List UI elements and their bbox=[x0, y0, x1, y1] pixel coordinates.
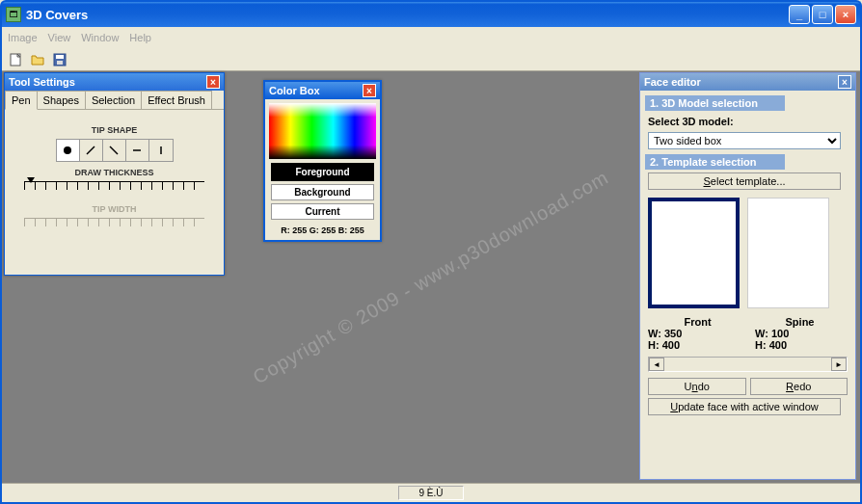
background-color-button[interactable]: Background bbox=[271, 184, 374, 200]
close-button[interactable]: × bbox=[835, 5, 856, 24]
color-box-close-button[interactable]: × bbox=[363, 84, 376, 97]
draw-thickness-slider[interactable] bbox=[24, 181, 204, 199]
menu-bar: Image View Window Help bbox=[2, 27, 860, 48]
status-bar: 9 È.Ù bbox=[2, 483, 860, 502]
front-height: H: 400 bbox=[648, 339, 747, 351]
save-file-button[interactable] bbox=[50, 50, 69, 69]
svg-line-5 bbox=[87, 146, 94, 154]
tool-settings-titlebar[interactable]: Tool Settings × bbox=[5, 73, 224, 91]
toolbar bbox=[2, 48, 860, 71]
menu-view[interactable]: View bbox=[48, 32, 71, 43]
tool-settings-tabs: Pen Shapes Selection Effect Brush bbox=[5, 91, 224, 110]
draw-thickness-label: DRAW THICKNESS bbox=[14, 168, 214, 177]
svg-point-4 bbox=[64, 146, 71, 154]
tip-width-label: TIP WIDTH bbox=[14, 204, 214, 214]
app-icon: 🗔 bbox=[6, 7, 21, 22]
front-width: W: 350 bbox=[648, 328, 747, 339]
svg-rect-3 bbox=[57, 61, 63, 65]
front-label: Front bbox=[648, 316, 747, 328]
save-disk-icon bbox=[52, 52, 67, 67]
tab-shapes[interactable]: Shapes bbox=[37, 91, 86, 109]
tip-shape-horiz[interactable] bbox=[126, 140, 149, 161]
section-template: 2. Template selection bbox=[645, 154, 785, 170]
rgb-readout: R: 255 G: 255 B: 255 bbox=[265, 223, 380, 240]
spine-label: Spine bbox=[755, 316, 845, 328]
redo-button[interactable]: Redo bbox=[750, 378, 849, 395]
tab-pen[interactable]: Pen bbox=[5, 91, 38, 110]
color-box-panel: Color Box × Foreground Background Curren… bbox=[263, 80, 382, 242]
menu-image[interactable]: Image bbox=[8, 32, 38, 43]
face-editor-close-button[interactable]: × bbox=[838, 75, 851, 89]
color-box-title: Color Box bbox=[269, 85, 320, 96]
color-box-titlebar[interactable]: Color Box × bbox=[265, 82, 380, 99]
tab-selection[interactable]: Selection bbox=[85, 91, 142, 109]
svg-line-6 bbox=[110, 146, 118, 154]
open-file-button[interactable] bbox=[28, 50, 47, 69]
window-titlebar: 🗔 3D Covers _ □ × bbox=[0, 0, 862, 27]
open-folder-icon bbox=[30, 52, 45, 67]
face-editor-title: Face editor bbox=[644, 76, 701, 88]
select-template-button[interactable]: Select template... bbox=[648, 172, 841, 190]
tool-settings-close-button[interactable]: × bbox=[206, 75, 220, 89]
tip-shape-label: TIP SHAPE bbox=[14, 125, 214, 135]
tip-shape-diag1[interactable] bbox=[80, 140, 103, 161]
new-file-button[interactable] bbox=[6, 50, 25, 69]
spine-height: H: 400 bbox=[755, 339, 845, 351]
menu-help[interactable]: Help bbox=[129, 32, 151, 43]
tip-shape-circle[interactable] bbox=[57, 140, 80, 161]
select-3d-model-dropdown[interactable]: Two sided box bbox=[648, 132, 841, 149]
minimize-button[interactable]: _ bbox=[789, 5, 810, 24]
scroll-right-button[interactable]: ► bbox=[831, 358, 847, 371]
tip-shape-vert[interactable] bbox=[149, 140, 173, 161]
scroll-left-button[interactable]: ◄ bbox=[649, 358, 664, 371]
current-color-button[interactable]: Current bbox=[271, 203, 374, 220]
face-scrollbar[interactable]: ◄ ► bbox=[648, 357, 848, 372]
tool-settings-panel: Tool Settings × Pen Shapes Selection Eff… bbox=[4, 72, 225, 276]
spine-face-thumb[interactable] bbox=[747, 198, 829, 308]
face-editor-panel: Face editor × 1. 3D Model selection Sele… bbox=[639, 72, 856, 480]
window-title: 3D Covers bbox=[26, 8, 789, 22]
update-face-button[interactable]: Update face with active window bbox=[648, 398, 841, 415]
tip-shape-diag2[interactable] bbox=[103, 140, 126, 161]
svg-rect-2 bbox=[56, 55, 64, 59]
maximize-button[interactable]: □ bbox=[812, 5, 833, 24]
foreground-color-button[interactable]: Foreground bbox=[271, 163, 374, 181]
tool-settings-title: Tool Settings bbox=[9, 76, 75, 88]
spine-width: W: 100 bbox=[755, 328, 845, 339]
menu-window[interactable]: Window bbox=[81, 32, 119, 43]
tab-effect-brush[interactable]: Effect Brush bbox=[141, 91, 212, 109]
front-face-thumb[interactable] bbox=[648, 198, 740, 308]
color-picker[interactable] bbox=[269, 103, 376, 159]
select-3d-model-label: Select 3D model: bbox=[640, 114, 855, 129]
face-editor-titlebar[interactable]: Face editor × bbox=[640, 73, 855, 91]
tip-shape-group bbox=[56, 139, 174, 162]
section-3d-model: 1. 3D Model selection bbox=[645, 95, 785, 111]
status-cell: 9 È.Ù bbox=[398, 486, 463, 500]
tip-width-slider bbox=[24, 218, 204, 235]
new-file-icon bbox=[8, 52, 23, 67]
undo-button[interactable]: Undo bbox=[648, 378, 746, 395]
